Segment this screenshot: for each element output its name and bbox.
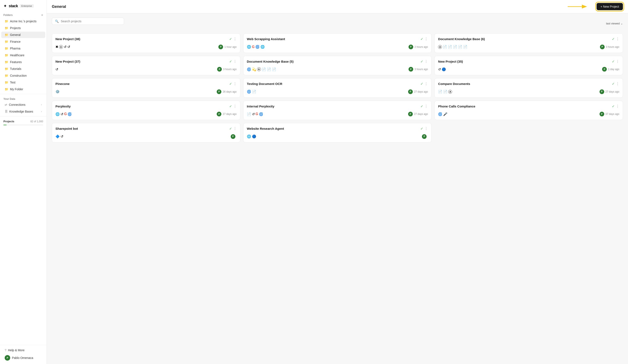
sidebar: ✦ stack Enterprise Folders + 📁 Acme Inc.… <box>0 0 47 364</box>
project-tool-icons: 🌐 G 🌀 🌐 <box>247 45 265 49</box>
more-options-icon[interactable]: ⋮ <box>424 82 428 86</box>
project-tool-icons: 📄 ↺ G 🌀 <box>247 112 263 116</box>
sidebar-item-connections[interactable]: ⇄ Connections › <box>1 101 45 108</box>
sidebar-item-knowledge-bases[interactable]: 🗄 Knowledge Bases › <box>1 108 45 115</box>
project-card-testing-doc-ocr[interactable]: Testing Document OCR ✓ ⋮ 🌀 📄 P 27 days a… <box>243 78 432 98</box>
your-data-label: Your Data <box>0 95 47 101</box>
check-icon: ✓ <box>229 82 232 86</box>
project-card-header: New Project (38) ✓ ⋮ <box>56 37 237 41</box>
more-options-icon[interactable]: ⋮ <box>616 60 619 64</box>
more-options-icon[interactable]: ⋮ <box>616 37 619 41</box>
project-tool-icons: 🌀 🎤 <box>438 112 447 116</box>
project-card-footer: ✖ A ↺ ↺ P 1 hour ago <box>56 45 237 49</box>
sidebar-item-test[interactable]: 📁 Test <box>1 79 45 86</box>
more-options-icon[interactable]: ⋮ <box>424 60 428 64</box>
sidebar-item-user[interactable]: P Pablo Omenaca <box>1 354 45 362</box>
project-card-pinecone[interactable]: Pinecone ✓ ⋮ ⚙️ P 26 days ago <box>52 78 240 98</box>
sidebar-item-general[interactable]: 📁 General <box>1 32 45 38</box>
sidebar-item-projects[interactable]: 📁 Projects <box>1 25 45 31</box>
projects-progress-fill <box>3 125 6 125</box>
folder-icon: 📁 <box>5 33 8 37</box>
check-icon: ✓ <box>612 37 615 41</box>
sidebar-item-finance[interactable]: 📁 Finance <box>1 38 45 45</box>
check-icon: ✓ <box>420 127 423 131</box>
sidebar-item-features[interactable]: 📁 Features <box>1 59 45 65</box>
sidebar-item-acme[interactable]: 📁 Acme Inc.'s projects <box>1 18 45 24</box>
folder-icon: 📁 <box>5 60 8 64</box>
search-bar[interactable]: 🔍 <box>52 18 124 25</box>
chevron-right-icon: › <box>41 103 42 106</box>
logo-mark: ✦ <box>3 3 7 8</box>
project-card-phone-calls-compliance[interactable]: Phone Calls Compliance ✓ ⋮ 🌀 🎤 P 37 days… <box>434 101 623 120</box>
app-logo: ✦ stack Enterprise <box>0 0 47 11</box>
project-card-web-scrapping[interactable]: Web Scrapping Assistant ✓ ⋮ 🌐 G 🌀 🌐 P <box>243 33 432 53</box>
check-icon: ✓ <box>420 60 423 64</box>
sidebar-item-help[interactable]: ? Help & More <box>1 347 45 353</box>
project-meta: P 1 hour ago <box>218 45 236 49</box>
folder-icon: 📁 <box>5 19 8 23</box>
sort-control[interactable]: last viewed ⌄ <box>606 22 623 25</box>
folders-section-label: Folders + <box>0 11 47 18</box>
projects-footer: Projects 82 of 1,000 <box>0 118 47 124</box>
project-card-website-research[interactable]: Website Research Agent ✓ ⋮ 🌐 🔵 P <box>243 123 432 143</box>
project-tool-icons: 📄 📄 A <box>438 90 452 94</box>
add-folder-icon[interactable]: + <box>41 13 43 17</box>
project-tool-icons: 🌀 📄 <box>247 90 256 94</box>
folder-icon: 📁 <box>5 74 8 77</box>
more-options-icon[interactable]: ⋮ <box>233 104 237 108</box>
more-options-icon[interactable]: ⋮ <box>424 104 428 108</box>
check-icon: ✓ <box>420 104 423 108</box>
sidebar-bottom: ? Help & More P Pablo Omenaca <box>0 345 47 364</box>
more-options-icon[interactable]: ⋮ <box>233 127 237 131</box>
new-project-button[interactable]: + New Project <box>597 3 623 10</box>
content-area: 🔍 last viewed ⌄ New Project (38) ✓ ⋮ <box>47 13 628 364</box>
more-options-icon[interactable]: ⋮ <box>616 104 619 108</box>
project-tool-icons: ↺ <box>56 67 58 71</box>
sidebar-item-tutorials[interactable]: 📁 Tutorials <box>1 66 45 72</box>
more-options-icon[interactable]: ⋮ <box>233 82 237 86</box>
folder-icon: 📁 <box>5 81 8 84</box>
projects-grid: New Project (38) ✓ ⋮ ✖ A ↺ ↺ P <box>52 33 623 143</box>
project-tool-icons: A 📄📄📄📄📄 <box>438 45 468 49</box>
sidebar-item-healthcare[interactable]: 📁 Healthcare <box>1 52 45 58</box>
sidebar-item-myfolder[interactable]: 📁 My Folder <box>1 86 45 92</box>
check-icon: ✓ <box>612 60 615 64</box>
project-card-internal-perplexity[interactable]: Internal Perplexity ✓ ⋮ 📄 ↺ G 🌀 P <box>243 101 432 120</box>
projects-progress-bar-container <box>3 125 43 125</box>
project-tool-icons: ✖ A ↺ ↺ <box>56 45 70 49</box>
project-card-perplexity[interactable]: Perplexity ✓ ⋮ 🌐 ↺ G 🌀 P 27 d <box>52 101 240 120</box>
check-icon: ✓ <box>229 37 232 41</box>
more-options-icon[interactable]: ⋮ <box>424 127 428 131</box>
more-options-icon[interactable]: ⋮ <box>424 37 428 41</box>
project-card-new-project-37[interactable]: New Project (37) ✓ ⋮ ↺ P 3 hours ago <box>52 56 240 75</box>
project-card-new-project-35[interactable]: New Project (35) ✓ ⋮ ↺ 🔵 P 1 day ago <box>434 56 623 75</box>
search-icon: 🔍 <box>55 19 59 23</box>
project-tool-icons: 🔷 ↺ <box>56 135 63 139</box>
folder-icon: 📁 <box>5 67 8 71</box>
enterprise-badge: Enterprise <box>20 4 34 8</box>
connections-icon: ⇄ <box>5 103 7 106</box>
search-input[interactable] <box>61 19 121 23</box>
knowledge-bases-icon: 🗄 <box>5 110 8 113</box>
sidebar-item-pharma[interactable]: 📁 Pharma <box>1 45 45 52</box>
project-card-sharepoint-bot[interactable]: Sharepoint bot ✓ ⋮ 🔷 ↺ P <box>52 123 240 143</box>
page-title: General <box>52 4 66 9</box>
project-tool-icons: ⚙️ <box>56 90 60 94</box>
more-options-icon[interactable]: ⋮ <box>233 60 237 64</box>
check-icon: ✓ <box>420 82 423 86</box>
check-icon: ✓ <box>229 127 232 131</box>
project-tool-icons: 🌀 💫 A 📄📄📄 <box>247 67 276 71</box>
project-tool-icons: 🌐 🔵 <box>247 135 256 139</box>
project-card-doc-kb-6[interactable]: Document Knowledge Base (6) ✓ ⋮ A 📄📄📄📄📄 … <box>434 33 623 53</box>
project-card-new-project-38[interactable]: New Project (38) ✓ ⋮ ✖ A ↺ ↺ P <box>52 33 240 53</box>
arrow-annotation <box>568 2 589 11</box>
chevron-right-icon: › <box>41 110 42 113</box>
search-row: 🔍 last viewed ⌄ <box>52 18 623 29</box>
more-options-icon[interactable]: ⋮ <box>616 82 619 86</box>
help-icon: ? <box>5 349 6 352</box>
more-options-icon[interactable]: ⋮ <box>233 37 237 41</box>
main-content: General + New Project 🔍 last viewed <box>47 0 628 364</box>
project-card-compare-documents[interactable]: Compare Documents ✓ ⋮ 📄 📄 A P 27 days ag… <box>434 78 623 98</box>
project-card-doc-kb-5[interactable]: Document Knowledge Base (5) ✓ ⋮ 🌀 💫 A 📄📄… <box>243 56 432 75</box>
sidebar-item-construction[interactable]: 📁 Construction <box>1 73 45 79</box>
